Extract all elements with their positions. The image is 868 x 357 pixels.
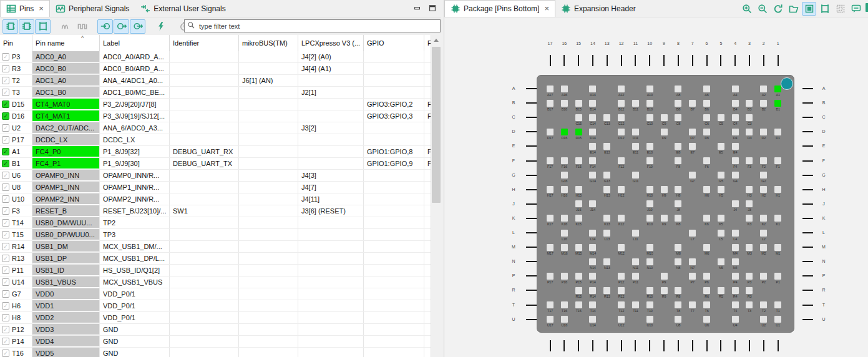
package-pin[interactable] bbox=[661, 129, 668, 135]
package-pin[interactable] bbox=[746, 200, 753, 207]
package-pin[interactable] bbox=[774, 244, 781, 251]
package-pin[interactable] bbox=[746, 301, 753, 308]
package-pin[interactable] bbox=[575, 244, 582, 251]
package-pin[interactable] bbox=[675, 244, 681, 251]
filter-box[interactable] bbox=[184, 19, 441, 32]
package-pin[interactable] bbox=[675, 114, 681, 121]
package-pin[interactable] bbox=[760, 129, 767, 135]
package-pin[interactable] bbox=[646, 301, 653, 308]
package-pin[interactable] bbox=[646, 100, 653, 107]
package-pin[interactable] bbox=[589, 244, 596, 251]
table-row[interactable]: ✓T16VDD5GND bbox=[0, 348, 431, 357]
package-pin[interactable] bbox=[632, 100, 639, 107]
package-pin[interactable] bbox=[618, 86, 625, 92]
checkbox-disabled-icon[interactable]: ✓ bbox=[2, 350, 9, 357]
package-pin[interactable] bbox=[603, 114, 610, 121]
package-pin[interactable] bbox=[603, 287, 610, 294]
package-pin[interactable] bbox=[575, 129, 582, 135]
column-header-pin-name[interactable]: ^Pin name bbox=[32, 35, 100, 51]
package-pin[interactable] bbox=[718, 215, 724, 222]
package-pin[interactable] bbox=[732, 258, 739, 265]
vertical-scrollbar[interactable] bbox=[431, 35, 441, 357]
checkbox-disabled-icon[interactable]: ✓ bbox=[2, 124, 9, 132]
package-pin[interactable] bbox=[746, 215, 753, 222]
package-pin[interactable] bbox=[689, 129, 696, 135]
package-pin[interactable] bbox=[746, 273, 753, 280]
package-pin[interactable] bbox=[774, 316, 781, 323]
package-pin[interactable] bbox=[575, 301, 582, 308]
comment-icon[interactable] bbox=[849, 2, 863, 16]
checkbox-disabled-icon[interactable]: ✓ bbox=[2, 338, 9, 345]
column-header-lpcxpresso[interactable]: LPCXpresso V3 (... bbox=[298, 35, 364, 51]
column-header-identifier[interactable]: Identifier bbox=[170, 35, 239, 51]
package-pin[interactable] bbox=[732, 114, 739, 121]
column-header-f[interactable]: F bbox=[424, 35, 431, 51]
package-pin[interactable] bbox=[675, 301, 681, 308]
package-pin[interactable] bbox=[646, 287, 653, 294]
table-row[interactable]: ✓G7VDD0VDD_P0/1 bbox=[0, 288, 431, 300]
package-pin[interactable] bbox=[774, 273, 781, 280]
table-row[interactable]: ✓H8VDD2VDD_P0/1 bbox=[0, 312, 431, 324]
package-pin[interactable] bbox=[575, 186, 582, 193]
package-pin[interactable] bbox=[589, 316, 596, 323]
table-row[interactable]: ✓P12VDD3GND bbox=[0, 324, 431, 336]
package-pin[interactable] bbox=[589, 200, 596, 207]
checkbox-disabled-icon[interactable]: ✓ bbox=[2, 278, 9, 286]
package-pin[interactable] bbox=[732, 316, 739, 323]
package-pin[interactable] bbox=[774, 86, 781, 92]
package-pin[interactable] bbox=[632, 258, 639, 265]
table-row[interactable]: ✓H6VDD1VDD_P0/1 bbox=[0, 300, 431, 312]
package-pin[interactable] bbox=[646, 114, 653, 121]
checkbox-disabled-icon[interactable]: ✓ bbox=[2, 290, 9, 298]
table-row[interactable]: ✓T3ADC1_B0ADC1_B0/MC_BE...J2[1] bbox=[0, 87, 431, 99]
package-pin[interactable] bbox=[646, 215, 653, 222]
package-pin[interactable] bbox=[774, 301, 781, 308]
package-pin[interactable] bbox=[718, 287, 724, 294]
package-pin[interactable] bbox=[746, 157, 753, 164]
checkbox-disabled-icon[interactable]: ✓ bbox=[2, 326, 9, 333]
tab-package-pins-bottom[interactable]: Package [Pins Bottom]× bbox=[444, 0, 555, 17]
package-pin[interactable] bbox=[732, 129, 739, 135]
package-pin[interactable] bbox=[618, 129, 625, 135]
table-row[interactable]: ✓A1FC4_P0P1_8/J9[32]DEBUG_UART_RXGPIO1:G… bbox=[0, 146, 431, 158]
checkbox-disabled-icon[interactable]: ✓ bbox=[2, 195, 9, 203]
package-pin[interactable] bbox=[675, 143, 681, 150]
package-pin[interactable] bbox=[603, 230, 610, 237]
package-outline-icon[interactable] bbox=[817, 2, 832, 16]
package-pin[interactable] bbox=[746, 114, 753, 121]
package-pin[interactable] bbox=[618, 244, 625, 251]
package-pin[interactable] bbox=[746, 100, 753, 107]
package-pin[interactable] bbox=[675, 186, 681, 193]
package-pin[interactable] bbox=[732, 157, 739, 164]
package-pin[interactable] bbox=[561, 86, 568, 92]
checkbox-checked-icon[interactable]: ✓ bbox=[2, 160, 9, 167]
checkbox-disabled-icon[interactable]: ✓ bbox=[2, 243, 9, 250]
checkbox-checked-icon[interactable]: ✓ bbox=[2, 148, 9, 155]
package-pin[interactable] bbox=[732, 244, 739, 251]
column-header-pin[interactable]: Pin bbox=[0, 35, 32, 51]
checkbox-disabled-icon[interactable]: ✓ bbox=[2, 255, 9, 262]
package-pin[interactable] bbox=[703, 157, 710, 164]
package-pin[interactable] bbox=[589, 100, 596, 107]
table-row[interactable]: ✓P11USB1_IDHS_USB_ID/Q1[2] bbox=[0, 265, 431, 276]
package-pin[interactable] bbox=[575, 273, 582, 280]
package-pin[interactable] bbox=[760, 100, 767, 107]
package-pin[interactable] bbox=[718, 230, 724, 237]
package-pin[interactable] bbox=[632, 129, 639, 135]
package-pin[interactable] bbox=[632, 172, 639, 178]
package-pin[interactable] bbox=[561, 186, 568, 193]
checkbox-checked-icon[interactable]: ✓ bbox=[2, 100, 9, 108]
column-header-mikrobus[interactable]: mikroBUS(TM) bbox=[239, 35, 298, 51]
package-pin[interactable] bbox=[661, 287, 668, 294]
table-row[interactable]: ✓U2DAC2_OUT/ADC...ANA_6/ADC0_A3...J3[2] bbox=[0, 122, 431, 134]
table-row[interactable]: ✓B1FC4_P1P1_9/J9[30]DEBUG_UART_TXGPIO1:G… bbox=[0, 158, 431, 170]
package-pin[interactable] bbox=[561, 301, 568, 308]
package-pins-left-icon[interactable] bbox=[2, 19, 18, 34]
package-pin[interactable] bbox=[732, 172, 739, 178]
package-pin[interactable] bbox=[675, 287, 681, 294]
package-pin[interactable] bbox=[561, 244, 568, 251]
package-pin[interactable] bbox=[675, 316, 681, 323]
package-pin[interactable] bbox=[547, 316, 553, 323]
package-pin[interactable] bbox=[646, 157, 653, 164]
tab-expansion-header[interactable]: Expansion Header bbox=[555, 0, 641, 17]
